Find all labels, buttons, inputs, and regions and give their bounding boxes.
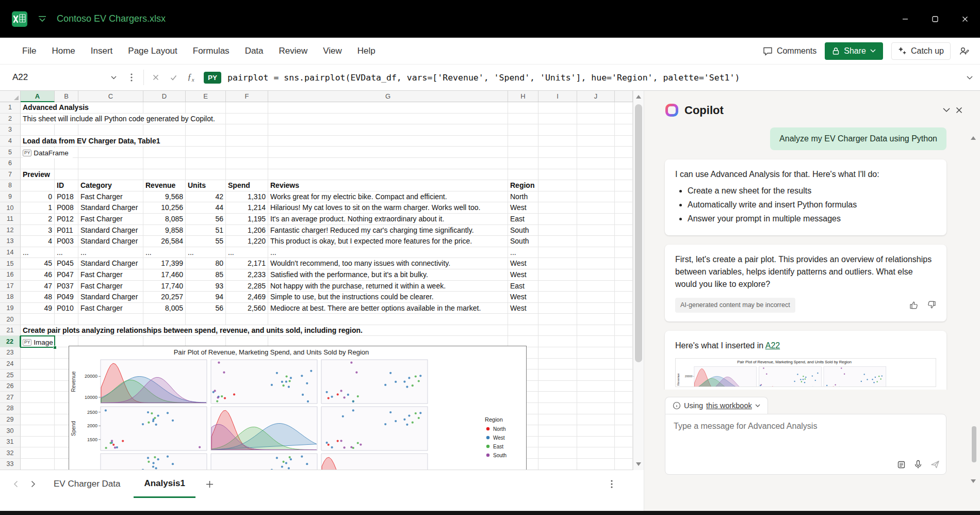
cell-K8[interactable] (615, 180, 633, 191)
cell-I28[interactable] (538, 403, 577, 414)
cell-G3[interactable] (268, 124, 508, 136)
cell-A24[interactable] (21, 359, 55, 370)
microphone-icon[interactable] (914, 460, 922, 469)
cell-F6[interactable] (226, 158, 268, 169)
cell-E15[interactable]: 80 (186, 258, 226, 269)
enter-icon[interactable] (165, 75, 182, 81)
row-header-8[interactable]: 8 (0, 180, 21, 191)
cell-E16[interactable]: 85 (186, 269, 226, 281)
cell-C6[interactable] (78, 158, 143, 169)
context-selector[interactable]: Using this workbook (665, 397, 768, 414)
column-header-B[interactable]: B (55, 91, 78, 102)
cell-G10[interactable]: Hilarious! My cat loves to sit on the wa… (268, 202, 508, 214)
cell-A2[interactable]: This sheet will include all Python code … (21, 114, 55, 125)
copilot-input[interactable] (665, 414, 946, 452)
sheet-tab-analysis1[interactable]: Analysis1 (134, 470, 195, 498)
cell-E9[interactable]: 42 (186, 191, 226, 203)
cell-I26[interactable] (538, 381, 577, 392)
cell-A5[interactable]: PYDataFrame (21, 147, 55, 158)
cell-H10[interactable]: West (508, 202, 538, 214)
cell-G11[interactable]: It's an average product. Nothing extraor… (268, 214, 508, 225)
cell-K2[interactable] (615, 114, 633, 125)
cell-I24[interactable] (538, 359, 577, 370)
cell-E20[interactable] (186, 314, 226, 325)
cell-A14[interactable]: ... (21, 247, 55, 259)
menu-tab-insert[interactable]: Insert (83, 46, 121, 56)
cell-F17[interactable]: 2,285 (226, 281, 268, 292)
sheet-tab-ev-charger-data[interactable]: EV Charger Data (43, 470, 130, 498)
cell-H6[interactable] (508, 158, 538, 169)
sheet-nav-left-icon[interactable] (8, 480, 23, 488)
cell-A15[interactable]: 45 (21, 258, 55, 269)
cell-H9[interactable]: North (508, 191, 538, 203)
cell-D18[interactable]: 20,257 (143, 292, 186, 303)
row-header-18[interactable]: 18 (0, 292, 21, 303)
cell-B7[interactable] (55, 169, 78, 181)
row-header-13[interactable]: 13 (0, 236, 21, 247)
cell-D17[interactable]: 17,740 (143, 281, 186, 292)
cell-K31[interactable] (615, 437, 633, 448)
cell-K4[interactable] (615, 136, 633, 147)
cell-J11[interactable] (577, 214, 615, 225)
cell-A27[interactable] (21, 392, 55, 403)
cell-H3[interactable] (508, 124, 538, 136)
cell-I13[interactable] (538, 236, 577, 247)
cell-K19[interactable] (615, 303, 633, 314)
scroll-down-icon[interactable] (636, 462, 641, 466)
cell-K26[interactable] (615, 381, 633, 392)
inserted-chart-preview[interactable]: Pair Plot of Revenue, Marketing Spend, a… (675, 358, 936, 387)
cell-reference-link[interactable]: A22 (765, 341, 780, 350)
cell-C11[interactable]: Fast Charger (78, 214, 143, 225)
cell-F16[interactable]: 2,233 (226, 269, 268, 281)
menu-tab-home[interactable]: Home (44, 46, 83, 56)
cell-C12[interactable]: Standard Charger (78, 225, 143, 236)
cell-B10[interactable]: P008 (55, 202, 78, 214)
cell-A11[interactable]: 2 (21, 214, 55, 225)
cell-E7[interactable] (186, 169, 226, 181)
column-header-A[interactable]: A (21, 91, 55, 102)
cell-C3[interactable] (78, 124, 143, 136)
cell-J6[interactable] (577, 158, 615, 169)
cell-I12[interactable] (538, 225, 577, 236)
cell-I17[interactable] (538, 281, 577, 292)
cell-A23[interactable] (21, 347, 55, 359)
cell-J17[interactable] (577, 281, 615, 292)
add-sheet-button[interactable] (206, 480, 214, 488)
cell-K5[interactable] (615, 147, 633, 158)
cell-D14[interactable]: ... (143, 247, 186, 259)
cell-I20[interactable] (538, 314, 577, 325)
cell-A16[interactable]: 46 (21, 269, 55, 281)
row-header-3[interactable]: 3 (0, 124, 21, 136)
cell-K9[interactable] (615, 191, 633, 203)
cell-J30[interactable] (577, 425, 615, 437)
cell-K17[interactable] (615, 281, 633, 292)
cell-J19[interactable] (577, 303, 615, 314)
cell-K11[interactable] (615, 214, 633, 225)
cell-J21[interactable] (577, 325, 615, 336)
cell-I6[interactable] (538, 158, 577, 169)
row-header-17[interactable]: 17 (0, 281, 21, 292)
cell-K6[interactable] (615, 158, 633, 169)
row-header-28[interactable]: 28 (0, 403, 21, 414)
cell-B19[interactable]: P010 (55, 303, 78, 314)
cell-A17[interactable]: 47 (21, 281, 55, 292)
thumbs-down-icon[interactable] (926, 300, 936, 310)
cell-G14[interactable]: ... (268, 247, 508, 259)
row-header-29[interactable]: 29 (0, 414, 21, 426)
cell-K30[interactable] (615, 425, 633, 437)
cell-H21[interactable] (508, 325, 538, 336)
cell-B15[interactable]: P045 (55, 258, 78, 269)
cell-B6[interactable] (55, 158, 78, 169)
cell-J18[interactable] (577, 292, 615, 303)
row-header-4[interactable]: 4 (0, 136, 21, 147)
cell-H20[interactable] (508, 314, 538, 325)
cell-I7[interactable] (538, 169, 577, 181)
cell-I3[interactable] (538, 124, 577, 136)
cell-F20[interactable] (226, 314, 268, 325)
cell-D10[interactable]: 10,256 (143, 202, 186, 214)
cell-I15[interactable] (538, 258, 577, 269)
menu-tab-data[interactable]: Data (237, 46, 271, 56)
cell-K28[interactable] (615, 403, 633, 414)
close-button[interactable] (950, 0, 980, 38)
cell-I14[interactable] (538, 247, 577, 259)
